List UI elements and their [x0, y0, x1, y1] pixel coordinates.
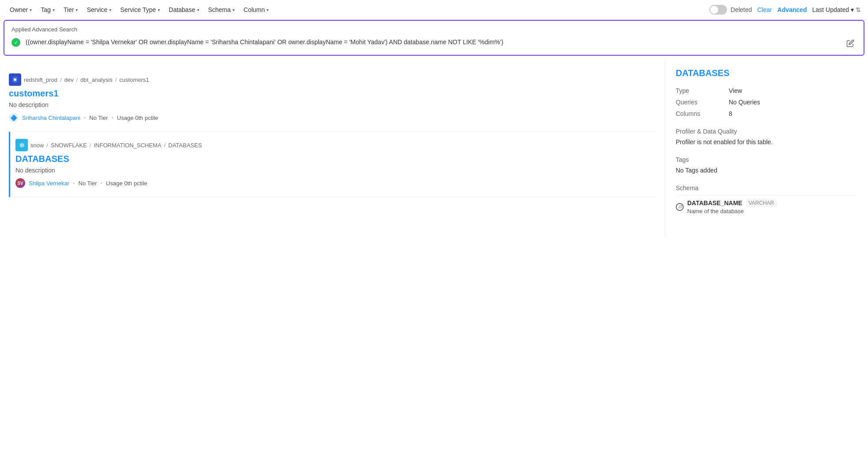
- result-meta: 🔷 Sriharsha Chintalapani • No Tier • Usa…: [9, 113, 656, 123]
- chevron-down-icon: ▾: [851, 6, 854, 13]
- deleted-toggle[interactable]: [709, 5, 727, 15]
- edit-icon[interactable]: [844, 37, 857, 50]
- last-updated-label: Last Updated: [812, 6, 849, 13]
- clear-button[interactable]: Clear: [757, 6, 772, 13]
- results-list: redshift_prod / dev / dbt_analysis / cus…: [0, 59, 665, 238]
- breadcrumb-service: snow: [30, 142, 44, 149]
- sort-icon: ⇅: [856, 6, 861, 13]
- tier-label: No Tier: [78, 180, 97, 187]
- chevron-down-icon: ▾: [232, 8, 235, 12]
- panel-row-type: Type View: [676, 87, 857, 94]
- result-card: ❄ snow / SNOWFLAKE / INFORMATION_SCHEMA …: [9, 132, 656, 197]
- tier-label: No Tier: [89, 115, 108, 121]
- col-desc: Name of the database: [687, 208, 777, 215]
- panel-row-columns: Columns 8: [676, 110, 857, 117]
- owner-avatar: SV: [15, 178, 25, 188]
- queries-key: Queries: [676, 99, 729, 106]
- columns-key: Columns: [676, 110, 729, 117]
- breadcrumb-table: customers1: [119, 77, 149, 83]
- filter-service-type[interactable]: Service Type ▾: [118, 4, 163, 15]
- advanced-search-box: Applied Advanced Search ✓ ((owner.displa…: [4, 20, 864, 56]
- column-info: DATABASE_NAME VARCHAR Name of the databa…: [687, 199, 777, 215]
- chevron-down-icon: ▾: [266, 8, 269, 12]
- breadcrumb-table: DATABASES: [168, 142, 202, 149]
- usage-label: Usage 0th pctile: [106, 180, 147, 187]
- usage-label: Usage 0th pctile: [117, 115, 158, 121]
- result-title[interactable]: customers1: [9, 88, 656, 99]
- null-icon: ∅: [676, 203, 684, 211]
- chevron-down-icon: ▾: [158, 8, 160, 12]
- advanced-search-content: ✓ ((owner.displayName = 'Shilpa Vernekar…: [11, 37, 857, 50]
- tags-title: Tags: [676, 156, 857, 163]
- breadcrumb: redshift_prod / dev / dbt_analysis / cus…: [9, 73, 656, 86]
- columns-value: 8: [729, 110, 732, 117]
- svg-point-2: [14, 78, 16, 81]
- last-updated-button[interactable]: Last Updated ▾ ⇅: [812, 6, 861, 13]
- schema-title: Schema: [676, 184, 857, 192]
- result-title[interactable]: DATABASES: [15, 154, 656, 164]
- panel-details-section: Type View Queries No Queries Columns 8: [676, 87, 857, 117]
- breadcrumb-database: SNOWFLAKE: [51, 142, 87, 149]
- filter-tier[interactable]: Tier ▾: [61, 4, 81, 15]
- chevron-down-icon: ▾: [30, 8, 32, 12]
- profiler-section: Profiler & Data Quality Profiler is not …: [676, 128, 857, 146]
- queries-value: No Queries: [729, 99, 760, 106]
- schema-section: Schema ∅ DATABASE_NAME VARCHAR Name of t…: [676, 184, 857, 218]
- right-controls: Deleted Clear Advanced Last Updated ▾ ⇅: [709, 5, 861, 15]
- breadcrumb: ❄ snow / SNOWFLAKE / INFORMATION_SCHEMA …: [15, 139, 656, 151]
- breadcrumb-service: redshift_prod: [24, 77, 57, 83]
- chevron-down-icon: ▾: [76, 8, 78, 12]
- tags-section: Tags No Tags added: [676, 156, 857, 174]
- breadcrumb-schema: INFORMATION_SCHEMA: [94, 142, 161, 149]
- col-type: VARCHAR: [746, 199, 777, 207]
- col-name: DATABASE_NAME: [687, 199, 742, 207]
- chevron-down-icon: ▾: [53, 8, 55, 12]
- result-meta: SV Shilpa Vernekar • No Tier • Usage 0th…: [15, 178, 656, 188]
- filter-service[interactable]: Service ▾: [84, 4, 114, 15]
- filter-owner[interactable]: Owner ▾: [7, 4, 34, 15]
- filter-bar: Owner ▾ Tag ▾ Tier ▾ Service ▾ Service T…: [0, 0, 868, 20]
- breadcrumb-database: dev: [65, 77, 74, 83]
- main-content: redshift_prod / dev / dbt_analysis / cus…: [0, 59, 868, 238]
- profiler-title: Profiler & Data Quality: [676, 128, 857, 135]
- chevron-down-icon: ▾: [109, 8, 111, 12]
- tags-text: No Tags added: [676, 167, 857, 174]
- deleted-label: Deleted: [731, 6, 752, 13]
- breadcrumb-schema: dbt_analysis: [80, 77, 112, 83]
- result-card: redshift_prod / dev / dbt_analysis / cus…: [9, 66, 656, 132]
- check-icon: ✓: [11, 38, 20, 47]
- deleted-toggle-container: Deleted: [709, 5, 752, 15]
- query-text: ((owner.displayName = 'Shilpa Vernekar' …: [26, 37, 839, 47]
- owner-avatar: 🔷: [9, 113, 19, 123]
- filter-column[interactable]: Column ▾: [241, 4, 271, 15]
- panel-row-queries: Queries No Queries: [676, 99, 857, 106]
- redshift-icon: [9, 73, 21, 86]
- owner-link[interactable]: Shilpa Vernekar: [29, 180, 69, 187]
- type-value: View: [729, 87, 742, 94]
- advanced-button[interactable]: Advanced: [777, 6, 807, 13]
- advanced-search-label: Applied Advanced Search: [11, 26, 857, 33]
- right-panel: DATABASES Type View Queries No Queries C…: [665, 59, 868, 238]
- filter-schema[interactable]: Schema ▾: [206, 4, 237, 15]
- schema-row: ∅ DATABASE_NAME VARCHAR Name of the data…: [676, 195, 857, 218]
- filter-tag[interactable]: Tag ▾: [38, 4, 57, 15]
- chevron-down-icon: ▾: [197, 8, 199, 12]
- owner-link[interactable]: Sriharsha Chintalapani: [22, 115, 80, 121]
- profiler-text: Profiler is not enabled for this table.: [676, 138, 857, 146]
- snowflake-icon: ❄: [15, 139, 28, 151]
- result-description: No description: [15, 167, 656, 174]
- panel-title: DATABASES: [676, 68, 857, 78]
- result-description: No description: [9, 101, 656, 108]
- filter-database[interactable]: Database ▾: [166, 4, 202, 15]
- type-key: Type: [676, 87, 729, 94]
